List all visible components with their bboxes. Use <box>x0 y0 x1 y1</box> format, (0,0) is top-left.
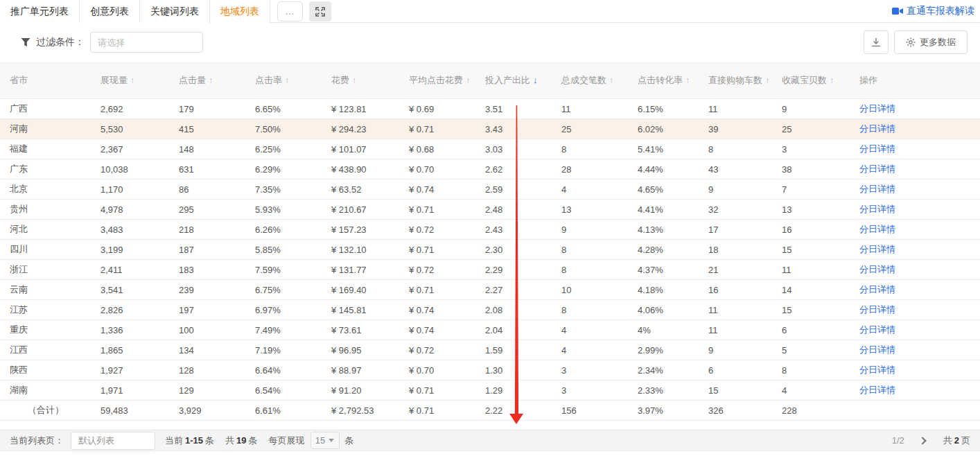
cell-conversion-rate: 4.44% <box>628 164 699 175</box>
cell-direct-cart: 16 <box>699 285 772 295</box>
cell-avg-click-cost: ¥ 0.72 <box>399 225 475 235</box>
sort-arrow-ctr-icon[interactable]: ↑ <box>285 75 290 85</box>
column-header-favorites[interactable]: 收藏宝贝数↑ <box>772 74 850 87</box>
daily-detail-link[interactable]: 分日详情 <box>859 244 895 254</box>
filter-select-input[interactable] <box>90 32 203 53</box>
cell-impressions: 2,367 <box>91 144 169 155</box>
daily-detail-link[interactable]: 分日详情 <box>859 365 895 375</box>
cell-action: 分日详情 <box>850 243 980 256</box>
cell-favorites: 4 <box>772 385 850 396</box>
table-row: 湖南1,9711296.54%¥ 91.20¥ 0.711.2932.33%15… <box>0 380 980 401</box>
daily-detail-link[interactable]: 分日详情 <box>859 284 895 295</box>
daily-detail-link[interactable]: 分日详情 <box>859 184 895 194</box>
daily-detail-link[interactable]: 分日详情 <box>859 304 895 315</box>
filter-label: 过滤条件： <box>36 36 85 49</box>
list-page-select[interactable]: 默认列表 <box>71 432 155 450</box>
daily-detail-link[interactable]: 分日详情 <box>859 143 895 154</box>
column-header-action[interactable]: 操作 <box>850 74 980 87</box>
filter-funnel-icon <box>21 37 30 47</box>
daily-detail-link[interactable]: 分日详情 <box>859 324 895 335</box>
column-header-ctr[interactable]: 点击率↑ <box>245 74 322 87</box>
fullscreen-toggle-button[interactable] <box>309 1 331 21</box>
tab-promo-units[interactable]: 推广单元列表 <box>0 0 80 23</box>
cell-action: 分日详情 <box>850 263 980 276</box>
total-pages-text: 共2页 <box>943 435 970 447</box>
column-header-avg-click-cost[interactable]: 平均点击花费↑ <box>399 74 475 87</box>
more-tabs-button[interactable]: … <box>277 1 303 21</box>
daily-detail-link[interactable]: 分日详情 <box>859 264 895 274</box>
cell-impressions: 2,826 <box>91 305 169 315</box>
column-label: 投入产出比 <box>485 74 530 87</box>
ellipsis-icon: … <box>285 6 295 17</box>
cell-action: 分日详情 <box>850 384 980 396</box>
cell-conversion-rate: 4.13% <box>628 225 699 235</box>
column-header-impressions[interactable]: 展现量↑ <box>91 74 169 87</box>
daily-detail-link[interactable]: 分日详情 <box>859 385 895 395</box>
sort-arrow-roi-icon[interactable]: ↓ <box>533 75 538 85</box>
download-button[interactable] <box>864 30 889 54</box>
daily-detail-link[interactable]: 分日详情 <box>859 204 895 214</box>
sort-arrow-clicks-icon[interactable]: ↑ <box>209 75 213 85</box>
column-header-clicks[interactable]: 点击量↑ <box>169 74 245 87</box>
cell-impressions: 4,978 <box>91 204 169 215</box>
cell-conversion-rate: 4% <box>628 325 699 335</box>
per-page-select[interactable]: 15 <box>310 432 340 449</box>
column-label: 展现量 <box>100 74 128 87</box>
tab-creatives[interactable]: 创意列表 <box>80 0 140 23</box>
cell-impressions: 10,038 <box>91 164 169 175</box>
cell-ctr: 5.85% <box>245 245 322 255</box>
column-header-total-orders[interactable]: 总成交笔数↑ <box>552 74 628 87</box>
cell-ctr: 6.75% <box>245 285 322 295</box>
cell-action: 分日详情 <box>850 283 980 296</box>
column-header-conversion-rate[interactable]: 点击转化率↑ <box>628 74 699 87</box>
cell-impressions: 1,336 <box>91 325 169 335</box>
cell-direct-cart: 21 <box>699 265 772 275</box>
per-page-value: 15 <box>315 435 325 446</box>
sort-arrow-avg-click-cost-icon[interactable]: ↑ <box>466 75 471 85</box>
cell-conversion-rate: 4.41% <box>628 204 699 215</box>
cell-avg-click-cost: ¥ 0.69 <box>399 104 475 114</box>
cell-province: 贵州 <box>0 203 91 216</box>
column-label: 省市 <box>10 74 28 87</box>
cell-roi: 2.30 <box>475 245 552 255</box>
cell-roi: 2.62 <box>475 164 552 175</box>
cell-province: 江西 <box>0 344 91 356</box>
sort-arrow-impressions-icon[interactable]: ↑ <box>130 75 135 85</box>
filter-bar: 过滤条件： <box>0 23 980 62</box>
sort-arrow-conversion-rate-icon[interactable]: ↑ <box>685 75 690 85</box>
current-range-text: 当前1-15条 <box>165 435 214 447</box>
cell-clicks: 197 <box>169 305 245 315</box>
column-header-cost[interactable]: 花费↑ <box>322 74 399 87</box>
cell-cost: ¥ 73.61 <box>322 325 399 335</box>
cell-total-orders: 8 <box>552 305 628 315</box>
cell-cost: ¥ 96.95 <box>322 345 399 356</box>
column-header-direct-cart[interactable]: 直接购物车数↑ <box>699 74 772 87</box>
cell-avg-click-cost: ¥ 0.68 <box>399 144 475 155</box>
column-header-province[interactable]: 省市 <box>0 74 91 87</box>
column-header-roi[interactable]: 投入产出比↓ <box>475 74 552 87</box>
daily-detail-link[interactable]: 分日详情 <box>859 123 895 134</box>
cell-roi: 3.43 <box>475 124 552 134</box>
more-data-button[interactable]: 更多数据 <box>894 30 968 54</box>
tab-label: 关键词列表 <box>150 6 199 17</box>
daily-detail-link[interactable]: 分日详情 <box>859 103 895 114</box>
sort-arrow-direct-cart-icon[interactable]: ↑ <box>765 75 770 85</box>
sort-arrow-favorites-icon[interactable]: ↑ <box>830 75 834 85</box>
tab-regions[interactable]: 地域列表 <box>209 0 270 24</box>
sort-arrow-total-orders-icon[interactable]: ↑ <box>609 75 614 85</box>
daily-detail-link[interactable]: 分日详情 <box>859 164 895 174</box>
report-interpretation-link[interactable]: 直通车报表解读 <box>892 5 974 17</box>
cell-conversion-rate: 3.97% <box>628 405 699 416</box>
cell-action: 分日详情 <box>850 203 980 216</box>
cell-province: （合计） <box>0 404 91 416</box>
next-page-button[interactable] <box>917 434 931 448</box>
cell-cost: ¥ 210.67 <box>322 204 399 215</box>
cell-avg-click-cost: ¥ 0.70 <box>399 164 475 175</box>
daily-detail-link[interactable]: 分日详情 <box>859 344 895 355</box>
sort-arrow-cost-icon[interactable]: ↑ <box>352 75 357 85</box>
cell-impressions: 1,865 <box>91 345 169 356</box>
tab-keywords[interactable]: 关键词列表 <box>140 0 210 23</box>
cell-favorites: 228 <box>772 405 850 416</box>
cell-ctr: 6.61% <box>245 405 322 416</box>
daily-detail-link[interactable]: 分日详情 <box>859 224 895 234</box>
